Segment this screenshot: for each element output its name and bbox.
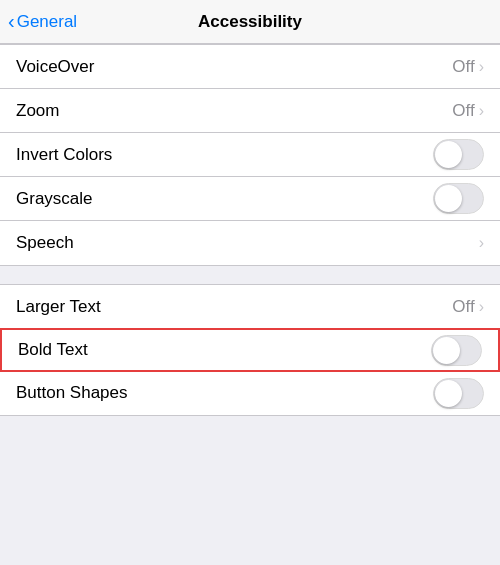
grayscale-row[interactable]: Grayscale	[0, 177, 500, 221]
button-shapes-toggle-thumb	[435, 380, 462, 407]
zoom-value: Off	[452, 101, 474, 121]
voiceover-row[interactable]: VoiceOver Off ›	[0, 45, 500, 89]
button-shapes-row[interactable]: Button Shapes	[0, 371, 500, 415]
larger-text-row[interactable]: Larger Text Off ›	[0, 285, 500, 329]
button-shapes-toggle[interactable]	[433, 378, 484, 409]
zoom-right: Off ›	[452, 101, 484, 121]
speech-label: Speech	[16, 233, 74, 253]
invert-colors-toggle[interactable]	[433, 139, 484, 170]
section-text-display: Larger Text Off › Bold Text Button Shape…	[0, 284, 500, 416]
zoom-row[interactable]: Zoom Off ›	[0, 89, 500, 133]
bold-text-row[interactable]: Bold Text	[0, 328, 500, 372]
speech-chevron-icon: ›	[479, 234, 484, 252]
voiceover-label: VoiceOver	[16, 57, 94, 77]
navigation-bar: ‹ General Accessibility	[0, 0, 500, 44]
voiceover-chevron-icon: ›	[479, 58, 484, 76]
grayscale-toggle-thumb	[435, 185, 462, 212]
speech-right: ›	[479, 234, 484, 252]
bold-text-toggle-thumb	[433, 337, 460, 364]
larger-text-chevron-icon: ›	[479, 298, 484, 316]
back-button[interactable]: ‹ General	[8, 12, 77, 32]
grayscale-toggle[interactable]	[433, 183, 484, 214]
speech-row[interactable]: Speech ›	[0, 221, 500, 265]
back-label: General	[17, 12, 77, 32]
invert-colors-row[interactable]: Invert Colors	[0, 133, 500, 177]
page-title: Accessibility	[198, 12, 302, 32]
bold-text-label: Bold Text	[18, 340, 88, 360]
voiceover-right: Off ›	[452, 57, 484, 77]
larger-text-label: Larger Text	[16, 297, 101, 317]
voiceover-value: Off	[452, 57, 474, 77]
section-accessibility-visual: VoiceOver Off › Zoom Off › Invert Colors…	[0, 44, 500, 266]
zoom-chevron-icon: ›	[479, 102, 484, 120]
zoom-label: Zoom	[16, 101, 59, 121]
bold-text-toggle[interactable]	[431, 335, 482, 366]
larger-text-right: Off ›	[452, 297, 484, 317]
invert-colors-toggle-thumb	[435, 141, 462, 168]
section-divider	[0, 266, 500, 284]
back-chevron-icon: ‹	[8, 11, 15, 31]
larger-text-value: Off	[452, 297, 474, 317]
invert-colors-label: Invert Colors	[16, 145, 112, 165]
button-shapes-label: Button Shapes	[16, 383, 128, 403]
grayscale-label: Grayscale	[16, 189, 93, 209]
